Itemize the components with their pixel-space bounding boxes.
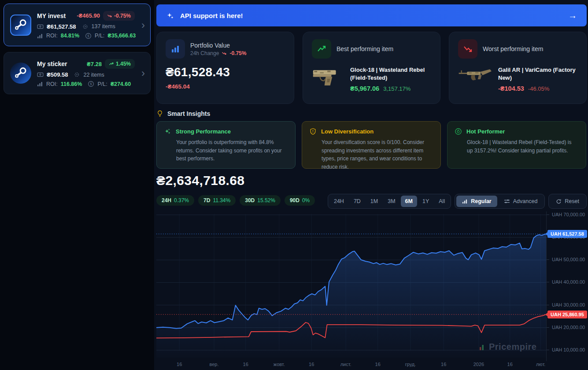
smart-insights-header: Smart Insights xyxy=(156,110,210,118)
pl-label: P/L: xyxy=(97,81,107,87)
insight-title: Low Diversification xyxy=(321,128,374,135)
x-axis-label: жовт. xyxy=(269,362,289,367)
portfolio-change-value: ₴7.28 xyxy=(87,61,102,67)
banner-text: API support is here! xyxy=(180,12,243,19)
chip-24h: 24H0.37% xyxy=(156,195,194,206)
chart-controls: 24H 7D 1M 3M 6M 1Y All Regular Advanced … xyxy=(328,194,587,209)
portfolio-card-my-sticker[interactable]: My sticker ₴7.28 1.45% ₴509.58 22 items … xyxy=(4,52,151,94)
items-icon xyxy=(74,71,80,78)
portfolio-chart[interactable] xyxy=(156,211,546,358)
chart-y-axis: UAH 10,000.00UAH 20,000.00UAH 30,000.00U… xyxy=(546,211,588,361)
chart-x-axis: 16вер.16жовт.16лист.16груд.16202616лют. xyxy=(156,362,546,370)
chevron-right-icon[interactable]: › xyxy=(141,68,145,78)
portfolio-value: ₴61,527.58 xyxy=(47,23,76,30)
steam-icon xyxy=(10,63,31,84)
roi-bars-icon xyxy=(37,33,43,39)
performance-chips: 24H0.37% 7D11.34% 30D15.52% 90D0% xyxy=(156,195,315,206)
y-axis-label: UAH 20,000.00 xyxy=(547,325,585,330)
api-support-banner[interactable]: API support is here! → xyxy=(156,4,587,26)
x-axis-label: 16 xyxy=(169,362,189,367)
portfolio-change-value: -₴465.90 xyxy=(77,12,100,19)
pl-label: P/L: xyxy=(95,33,104,39)
roi-label: ROI: xyxy=(46,81,58,87)
x-axis-label: лист. xyxy=(336,362,356,367)
wallet-icon xyxy=(37,23,44,30)
card-subtitle: 24h Change xyxy=(190,50,219,56)
current-price-tag: UAH 25,860.95 xyxy=(547,311,587,318)
portfolio-change-badge: -0.75% xyxy=(103,11,135,21)
y-axis-label: UAH 70,000.00 xyxy=(547,212,585,217)
item-name: Galil AR | VariCamo (Factory New) xyxy=(498,66,577,82)
insight-hot-performer: Hot Performer Glock-18 | Wasteland Rebel… xyxy=(447,121,586,169)
smart-insights-title: Smart Insights xyxy=(167,110,210,117)
item-price: ₴5,967.06 xyxy=(350,85,379,92)
x-axis-label: 16 xyxy=(433,362,454,367)
glock-item-image xyxy=(312,66,344,90)
card-title: Best performing item xyxy=(337,45,393,52)
pl-value: ₴274.60 xyxy=(111,81,131,87)
portfolio-card-my-invest[interactable]: MY invest -₴465.90 -0.75% ₴61,527.58 137… xyxy=(4,4,151,46)
items-icon xyxy=(82,23,89,30)
item-name: Glock-18 | Wasteland Rebel (Field-Tested… xyxy=(350,66,431,82)
steam-icon xyxy=(10,15,31,36)
best-performing-card: Best performing item Glock-18 | Wastelan… xyxy=(303,32,440,104)
trend-up-icon xyxy=(109,61,114,67)
range-7d[interactable]: 7D xyxy=(349,196,365,207)
sparkles-icon xyxy=(166,11,174,20)
portfolio-items: 22 items xyxy=(83,72,104,78)
galil-item-image xyxy=(458,66,492,89)
chip-7d: 7D11.34% xyxy=(198,195,236,206)
worst-performing-card: Worst performing item Galil AR | VariCam… xyxy=(449,32,587,104)
change-percent: -0.75% xyxy=(229,50,246,56)
item-price: -₴104.53 xyxy=(498,85,524,92)
chevron-right-icon[interactable]: › xyxy=(141,20,145,30)
current-price-tag: UAH 61,527.58 xyxy=(547,230,587,238)
item-percent: -46.05% xyxy=(528,85,549,92)
mode-selector: Regular Advanced xyxy=(455,194,545,209)
signal-bars-icon xyxy=(462,199,468,204)
sliders-icon xyxy=(504,199,510,204)
mode-advanced-button[interactable]: Advanced xyxy=(498,196,544,207)
refresh-icon xyxy=(556,199,562,204)
y-axis-label: UAH 10,000.00 xyxy=(547,347,585,352)
wallet-icon xyxy=(37,71,44,78)
range-selector: 24H 7D 1M 3M 6M 1Y All xyxy=(328,194,451,209)
insight-strong-performance: Strong Performance Your portfolio is out… xyxy=(156,121,296,169)
portfolio-change-value: -₴465.04 xyxy=(166,83,285,90)
pl-value: ₴35,666.63 xyxy=(107,33,136,39)
pricempire-logo-icon xyxy=(479,343,486,351)
arrow-right-icon[interactable]: → xyxy=(568,11,577,21)
range-1y[interactable]: 1Y xyxy=(418,196,433,207)
sidebar: MY invest -₴465.90 -0.75% ₴61,527.58 137… xyxy=(0,0,154,370)
dollar-circle-icon: $ xyxy=(85,33,92,39)
item-percent: 3,157.17% xyxy=(383,85,410,92)
x-axis-label: вер. xyxy=(204,362,224,367)
card-title: Worst performing item xyxy=(483,45,543,52)
y-axis-label: UAH 40,000.00 xyxy=(547,279,585,285)
portfolio-change-badge: 1.45% xyxy=(105,59,135,69)
trend-down-icon xyxy=(222,51,227,56)
mode-regular-button[interactable]: Regular xyxy=(456,196,497,207)
range-6m[interactable]: 6M xyxy=(401,196,417,207)
range-1m[interactable]: 1M xyxy=(366,196,382,207)
insight-title: Hot Performer xyxy=(466,128,505,135)
combined-total-value: ₴2,634,718.68 xyxy=(156,173,244,188)
range-24h[interactable]: 24H xyxy=(329,196,348,207)
portfolio-value: ₴509.58 xyxy=(47,71,68,78)
svg-text:$: $ xyxy=(87,34,89,38)
insight-body: Your diversification score is 0/100. Con… xyxy=(322,138,433,171)
sparkles-icon xyxy=(164,128,171,135)
portfolio-total-value: ₴61,528.43 xyxy=(166,65,285,79)
insight-body: Glock-18 | Wasteland Rebel (Field-Tested… xyxy=(467,138,579,155)
reset-button[interactable]: Reset xyxy=(550,196,585,207)
x-axis-label: 2026 xyxy=(469,362,489,367)
y-axis-label: UAH 50,000.00 xyxy=(547,257,585,262)
portfolio-name: My sticker xyxy=(37,60,67,67)
x-axis-label: 16 xyxy=(368,362,388,367)
roi-label: ROI: xyxy=(46,33,58,39)
range-3m[interactable]: 3M xyxy=(383,196,399,207)
card-title: Portfolio Value xyxy=(190,42,246,49)
range-all[interactable]: All xyxy=(434,196,449,207)
insight-low-diversification: Low Diversification Your diversification… xyxy=(302,121,441,169)
chip-30d: 30D15.52% xyxy=(240,195,281,206)
